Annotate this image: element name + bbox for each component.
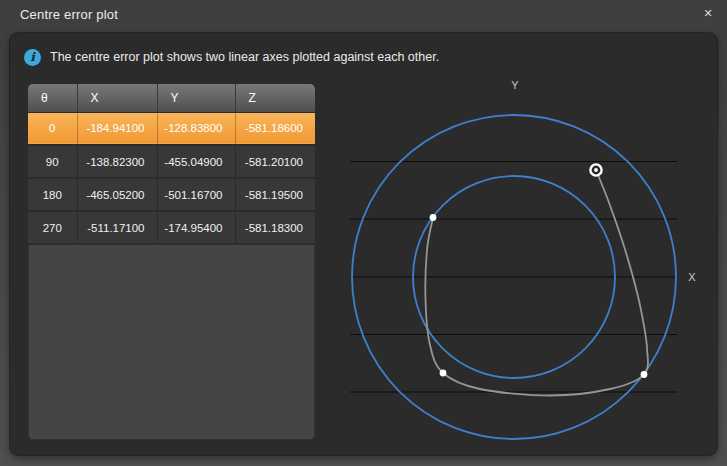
selected-point-dot[interactable] bbox=[594, 168, 598, 172]
data-point-theta-180[interactable] bbox=[440, 370, 447, 377]
data-point-theta-90[interactable] bbox=[641, 371, 648, 378]
data-point-theta-270[interactable] bbox=[430, 214, 437, 221]
x-axis-label: X bbox=[688, 271, 696, 283]
centre-error-plot: YX bbox=[0, 0, 727, 466]
y-axis-label: Y bbox=[511, 79, 519, 91]
